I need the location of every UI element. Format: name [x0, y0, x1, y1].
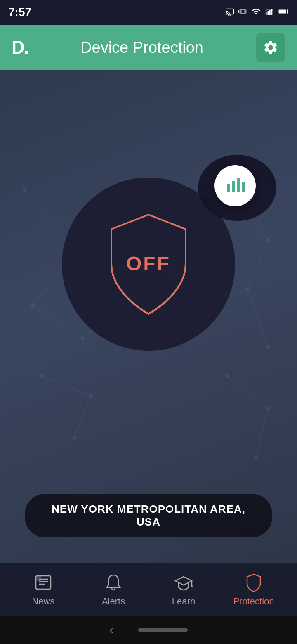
- nav-label-alerts: Alerts: [102, 596, 125, 607]
- nav-label-protection: Protection: [233, 596, 274, 607]
- app-logo: D.: [12, 37, 28, 58]
- svg-rect-42: [232, 181, 235, 192]
- svg-line-16: [248, 289, 268, 347]
- svg-line-15: [248, 239, 268, 289]
- signal-icon: [265, 7, 274, 18]
- svg-line-22: [256, 409, 268, 458]
- settings-button[interactable]: [256, 33, 285, 62]
- svg-marker-51: [175, 577, 192, 585]
- gear-icon: [263, 40, 278, 55]
- vibrate-icon: [238, 7, 248, 18]
- stats-button[interactable]: [214, 165, 256, 206]
- wifi-icon: [252, 7, 261, 18]
- svg-rect-6: [279, 9, 286, 13]
- nav-item-alerts[interactable]: Alerts: [78, 572, 148, 607]
- location-text: NEW YORK METROPOLITAN AREA, USA: [45, 503, 252, 528]
- status-icons: [225, 7, 289, 18]
- bell-icon: [103, 572, 124, 593]
- svg-line-19: [41, 376, 91, 396]
- cast-icon: [225, 7, 234, 18]
- back-button[interactable]: ‹: [109, 623, 113, 637]
- protection-shield-icon: [243, 572, 264, 593]
- learn-icon: [173, 572, 194, 593]
- nav-label-learn: Learn: [172, 596, 195, 607]
- svg-rect-41: [227, 184, 230, 192]
- nav-item-learn[interactable]: Learn: [148, 572, 219, 607]
- svg-rect-2: [269, 10, 271, 15]
- svg-line-20: [74, 396, 91, 438]
- bottom-nav: News Alerts Learn: [0, 563, 297, 616]
- svg-point-38: [225, 374, 229, 378]
- svg-point-53: [191, 585, 193, 587]
- svg-rect-5: [287, 10, 288, 13]
- svg-line-21: [227, 376, 268, 409]
- status-bar: 7:57: [0, 0, 297, 25]
- svg-point-32: [245, 287, 250, 291]
- svg-rect-1: [267, 11, 269, 15]
- page-title: Device Protection: [80, 39, 203, 57]
- svg-point-23: [23, 188, 27, 192]
- svg-point-25: [31, 303, 35, 308]
- status-time: 7:57: [8, 6, 31, 19]
- svg-point-35: [39, 374, 43, 378]
- main-content: OFF NEW YORK METROPOLITAN AREA, USA: [0, 70, 297, 599]
- svg-text:OFF: OFF: [126, 253, 171, 275]
- svg-rect-44: [242, 182, 245, 192]
- shield-button-area[interactable]: OFF: [62, 178, 235, 351]
- svg-rect-50: [36, 576, 41, 581]
- svg-point-40: [254, 456, 258, 460]
- svg-point-39: [266, 407, 270, 411]
- svg-rect-3: [271, 9, 273, 15]
- svg-rect-43: [237, 178, 240, 192]
- nav-item-news[interactable]: News: [8, 572, 78, 607]
- battery-icon: [278, 7, 289, 18]
- nav-label-news: News: [32, 596, 54, 607]
- chart-bars-icon: [225, 176, 245, 196]
- home-indicator: ‹: [0, 616, 297, 644]
- news-icon: [33, 572, 54, 593]
- svg-point-37: [72, 436, 76, 440]
- svg-point-31: [266, 237, 270, 242]
- app-bar: D. Device Protection: [0, 25, 297, 70]
- nav-item-protection[interactable]: Protection: [219, 572, 289, 607]
- svg-rect-0: [266, 12, 267, 14]
- svg-point-36: [89, 394, 93, 398]
- location-pill[interactable]: NEW YORK METROPOLITAN AREA, USA: [25, 494, 272, 537]
- home-pill[interactable]: [138, 628, 188, 632]
- svg-point-33: [266, 345, 270, 349]
- shield-off-icon: OFF: [95, 206, 202, 322]
